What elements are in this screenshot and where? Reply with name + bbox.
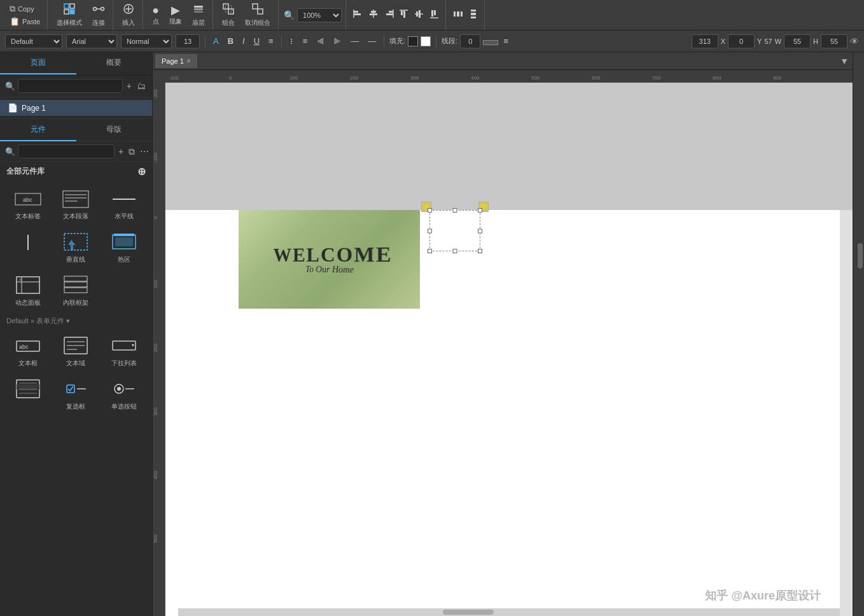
svg-rect-29 [403, 11, 405, 18]
component-dropdown[interactable]: 下拉列表 [101, 331, 147, 372]
align-mid-v-button[interactable] [412, 8, 426, 22]
text-more-button[interactable]: — [348, 35, 361, 47]
bold-button[interactable]: B [225, 35, 236, 47]
list-button[interactable]: ≡ [266, 35, 276, 47]
canvas-tab-page1[interactable]: Page 1 × [155, 54, 197, 68]
component-text-label[interactable]: abc 文本标签 [5, 184, 51, 225]
connect-button[interactable]: 连接 [88, 1, 109, 29]
sidebar-pages-tabs: 页面 概要 [0, 52, 152, 75]
italic-button[interactable]: I [240, 35, 247, 47]
tab-masters[interactable]: 母版 [76, 119, 153, 141]
align-right-button[interactable] [382, 8, 396, 22]
fill-color-black[interactable] [408, 36, 418, 46]
component-radio[interactable]: 单选按钮 [101, 374, 147, 415]
ruler-mark-600: 600 [592, 70, 600, 82]
align-section [347, 0, 446, 30]
add-folder-button[interactable]: 🗂 [136, 80, 147, 92]
page-item-1[interactable]: 📄 Page 1 [0, 100, 152, 116]
svg-rect-20 [354, 13, 361, 15]
align-center-h-button[interactable] [366, 8, 380, 22]
component-textbox[interactable]: abc 文本框 [5, 331, 51, 372]
svg-rect-59 [64, 276, 87, 281]
stroke-option-button[interactable]: ≡ [501, 35, 511, 47]
component-listbox[interactable] [5, 374, 51, 415]
paste-button[interactable]: 📋 Paste [8, 16, 42, 27]
zoom-select[interactable]: 100% 75% 50% 150% 200% [297, 8, 342, 22]
font-color-button[interactable]: A [211, 35, 221, 47]
layer-button[interactable]: 庙层 [188, 1, 209, 29]
select-mode-button[interactable]: 选择模式 [53, 1, 86, 29]
canvas-content[interactable]: WELCOME To Our Home ⚡ ⚡ 知乎 @Axure原型设计 [165, 83, 853, 616]
ruler-vmark-200: 200 [153, 344, 165, 352]
style-select[interactable]: Default [5, 34, 62, 48]
combine-button[interactable]: 组合 [218, 1, 239, 29]
component-text-para[interactable]: 文本段落 [53, 184, 99, 225]
expand-library-button[interactable]: ⊕ [137, 165, 146, 178]
component-h-line[interactable]: 水平线 [101, 184, 147, 225]
ruler-vmark--200: -200 [153, 89, 165, 99]
tab-pages[interactable]: 页面 [0, 52, 76, 74]
zoom-icon: 🔍 [284, 10, 295, 20]
vertical-scrollbar[interactable] [858, 243, 863, 269]
present-button[interactable]: ▶ 现象 [165, 3, 186, 28]
canvas-tab-close[interactable]: × [186, 57, 191, 66]
align-right-text-button[interactable]: ⫷ [314, 35, 327, 47]
horizontal-scrollbar[interactable] [178, 608, 840, 616]
h-coord-input[interactable] [821, 34, 847, 48]
distribute-v-button[interactable] [466, 8, 480, 22]
component-dynamic-panel[interactable]: 热区 [101, 227, 147, 268]
x-coord-input[interactable] [692, 34, 718, 48]
component-inline-frame[interactable]: ≡ 动态面板 [5, 270, 51, 311]
svg-rect-60 [64, 282, 87, 287]
font-select[interactable]: Arial [66, 34, 117, 48]
svg-rect-35 [434, 10, 436, 15]
copy-button[interactable]: ⧉ Copy [8, 3, 42, 15]
select-icon [63, 3, 76, 15]
stroke-label: 线段: [442, 36, 457, 46]
copy-paste-section: ⧉ Copy 📋 Paste [3, 0, 48, 30]
stroke-section: 线段: ≡ [442, 34, 511, 48]
align-left-text-button[interactable]: ⫶ [287, 35, 296, 47]
distribute-h-button[interactable] [451, 8, 465, 22]
copy-component-button[interactable]: ⧉ [127, 145, 136, 158]
scrollbar-thumb[interactable] [443, 610, 494, 615]
main-layout: 页面 概要 🔍 + 🗂 📄 Page 1 元件 [0, 52, 864, 616]
component-checkbox[interactable]: 复选框 [53, 374, 99, 415]
svg-text:≡: ≡ [19, 277, 22, 282]
visibility-icon[interactable]: 👁 [850, 36, 859, 46]
point-section: ● 点 ▶ 现象 庙层 [144, 0, 213, 30]
text-style-select[interactable]: Normal [121, 34, 172, 48]
align-top-button[interactable] [397, 8, 411, 22]
zoom-section: 🔍 100% 75% 50% 150% 200% [280, 0, 346, 30]
tab-outline[interactable]: 概要 [76, 52, 153, 74]
component-textarea[interactable]: 文本域 [53, 331, 99, 372]
add-page-button[interactable]: + [125, 80, 133, 92]
stroke-style-1[interactable] [483, 40, 498, 45]
uncombine-button[interactable]: 取消组合 [241, 1, 274, 29]
insert-button[interactable]: 插入 [118, 1, 139, 29]
component-search-input[interactable] [18, 144, 115, 158]
align-center-text-button[interactable]: ≡ [300, 35, 310, 47]
component-hotspot[interactable]: 垂直线 [53, 227, 99, 268]
w-coord-input[interactable] [784, 34, 811, 48]
stroke-value-input[interactable] [460, 34, 480, 48]
align-left-button[interactable] [351, 8, 365, 22]
zoom-control[interactable]: 🔍 100% 75% 50% 150% 200% [284, 8, 342, 22]
y-coord-input[interactable] [728, 34, 755, 48]
point-button[interactable]: ● 点 [148, 3, 163, 28]
align-bottom-button[interactable] [428, 8, 442, 22]
component-repeater[interactable]: 内联框架 [53, 270, 99, 311]
component-v-line[interactable] [5, 227, 51, 268]
pages-search-input[interactable] [18, 79, 123, 93]
more-component-button[interactable]: ⋯ [139, 145, 150, 158]
fill-color-white[interactable] [421, 36, 431, 46]
add-component-button[interactable]: + [117, 145, 125, 158]
form-component-grid: abc 文本框 文本域 [0, 328, 152, 417]
align-justify-text-button[interactable]: ⫸ [331, 35, 344, 47]
underline-button[interactable]: U [251, 35, 262, 47]
text-more2-button[interactable]: — [365, 35, 379, 47]
welcome-image[interactable]: WELCOME To Our Home [239, 210, 420, 309]
tab-components[interactable]: 元件 [0, 119, 76, 141]
expand-canvas-button[interactable]: ▼ [839, 55, 850, 67]
font-size-input[interactable] [176, 34, 200, 48]
